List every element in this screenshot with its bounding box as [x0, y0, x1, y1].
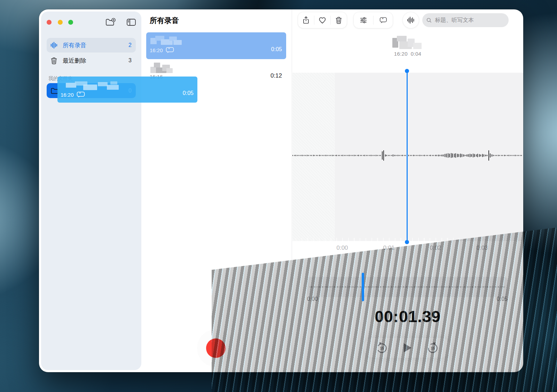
record-button[interactable]	[206, 338, 226, 358]
axis-tick-label: 0:00	[336, 245, 348, 251]
svg-text:”: ”	[79, 92, 81, 96]
detail-duration: 0:04	[411, 51, 421, 57]
redacted-detail-title	[392, 36, 422, 50]
desktop-wallpaper: 所有录音 2 最近删除 3 我的文件夹	[0, 0, 557, 392]
recording-duration: 0:05	[271, 46, 282, 53]
toolbar-group-actions	[298, 12, 347, 28]
trash-icon	[336, 17, 342, 18]
svg-text:15: 15	[380, 346, 384, 350]
playback-controls: 15 15	[363, 338, 451, 358]
list-title: 所有录音	[150, 16, 179, 25]
playhead[interactable]	[407, 71, 408, 242]
sidebar-item-count: 3	[128, 57, 132, 64]
current-time-display: 00:01.39	[292, 307, 523, 326]
scrubber-end-label: 0:05	[497, 296, 508, 302]
transcript-bubble-icon: ”	[166, 47, 175, 53]
recording-duration: 0:12	[270, 72, 282, 79]
sidebar-item-label: 所有录音	[63, 41, 128, 49]
column-divider	[292, 9, 292, 372]
recording-time: 16:20	[150, 47, 163, 53]
svg-text:”: ”	[382, 18, 383, 22]
skip-forward-15-button[interactable]: 15	[426, 341, 439, 354]
play-icon	[402, 342, 413, 353]
sidebar-item-recently-deleted[interactable]: 最近删除 3	[47, 53, 136, 68]
favorite-button[interactable]	[314, 12, 330, 28]
scrubber-playhead[interactable]	[362, 273, 364, 301]
redacted-title	[150, 36, 182, 46]
dragged-recording-ghost[interactable]: 16:20 ” 0:05	[57, 77, 197, 103]
waveform-icon	[49, 41, 58, 50]
scrubber-start-label: 0:00	[307, 296, 318, 302]
waveform-view-button[interactable]	[403, 12, 419, 28]
axis-tick-label: 0:01	[383, 245, 394, 251]
waveform-icon	[407, 16, 415, 24]
new-folder-button[interactable]	[105, 18, 116, 27]
delete-button[interactable]	[331, 12, 347, 28]
zoom-button[interactable]	[68, 20, 73, 25]
search-icon	[426, 17, 432, 23]
transcript-bubble-icon: ”	[379, 16, 387, 24]
svg-text:”: ”	[168, 48, 170, 51]
overview-waveform	[310, 287, 505, 287]
axis-tick-label: 0:02	[430, 245, 441, 251]
sidebar-item-label: 最近删除	[63, 57, 128, 65]
ghost-duration: 0:05	[183, 90, 194, 96]
transcript-bubble-icon: ”	[77, 91, 86, 98]
toolbar-group-options: ”	[354, 12, 393, 28]
sidebar-item-all-recordings[interactable]: 所有录音 2	[47, 38, 136, 53]
skip-back-15-button[interactable]: 15	[375, 341, 389, 354]
heart-icon	[320, 18, 325, 23]
waveform-zoom-view[interactable]	[292, 73, 523, 241]
redacted-title	[150, 61, 173, 73]
close-button[interactable]	[47, 20, 52, 25]
share-button[interactable]	[298, 12, 314, 28]
sidebar-item-count: 2	[128, 42, 132, 48]
search-input[interactable]	[434, 17, 504, 24]
transcript-button[interactable]: ”	[374, 12, 393, 28]
trash-icon	[49, 56, 58, 65]
sidebar-toggle-icon	[127, 19, 135, 25]
rotate-ccw-icon	[376, 342, 388, 354]
ghost-time: 16:20	[61, 92, 74, 98]
play-button[interactable]	[401, 341, 414, 354]
recording-list-item-selected[interactable]: 16:20 ” 0:05	[146, 32, 286, 59]
voice-memos-window: 所有录音 2 最近删除 3 我的文件夹	[39, 9, 523, 372]
rotate-cw-icon	[427, 342, 439, 354]
waveform-bars	[292, 73, 523, 241]
axis-tick-label: 0:03	[476, 245, 488, 251]
detail-time: 16:20	[394, 51, 408, 57]
minimize-button[interactable]	[58, 20, 63, 25]
playback-settings-button[interactable]	[354, 12, 373, 28]
sidebar: 所有录音 2 最近删除 3 我的文件夹	[41, 11, 141, 370]
redacted-title	[66, 81, 125, 91]
detail-meta: 16:20 0:04	[292, 51, 523, 57]
toggle-sidebar-button[interactable]	[126, 18, 136, 27]
search-field[interactable]	[422, 13, 509, 27]
svg-text:15: 15	[431, 346, 435, 350]
overview-scrubber[interactable]	[307, 277, 508, 297]
